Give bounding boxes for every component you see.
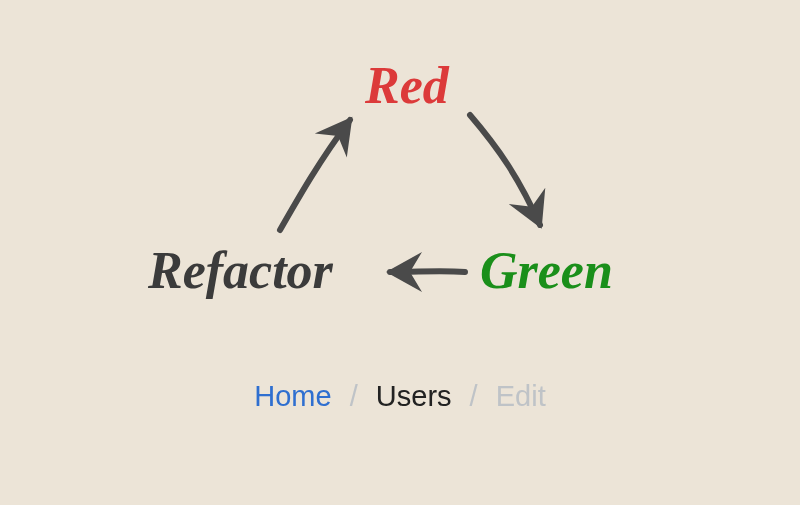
breadcrumb-separator: / <box>340 380 368 412</box>
breadcrumb: Home / Users / Edit <box>0 380 800 413</box>
breadcrumb-home[interactable]: Home <box>254 380 331 412</box>
breadcrumb-separator: / <box>460 380 488 412</box>
breadcrumb-edit: Edit <box>496 380 546 412</box>
breadcrumb-users: Users <box>376 380 452 412</box>
node-red: Red <box>365 60 449 112</box>
arrow-red-to-green <box>470 115 540 225</box>
node-green: Green <box>480 245 613 297</box>
arrow-green-to-refactor <box>390 271 465 272</box>
node-refactor: Refactor <box>148 245 333 297</box>
arrow-refactor-to-red <box>280 120 350 230</box>
tdd-cycle-diagram: Red Green Refactor Home / Users / Edit <box>0 0 800 505</box>
